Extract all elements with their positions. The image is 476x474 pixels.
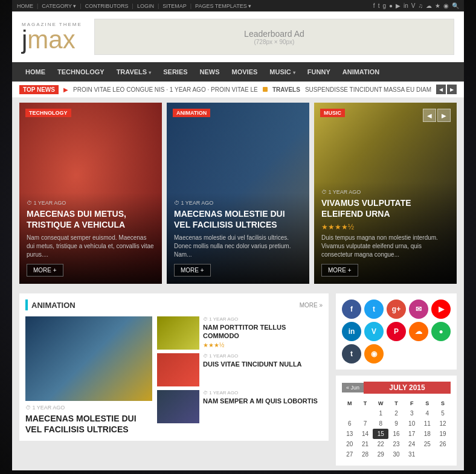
social-facebook-icon[interactable]: f bbox=[373, 2, 375, 9]
slider-next-btn[interactable]: ▶ bbox=[437, 109, 451, 122]
calendar-day-cell[interactable]: 28 bbox=[358, 449, 373, 460]
calendar-day-cell[interactable]: 17 bbox=[404, 429, 420, 439]
social-btn-spotify[interactable]: ● bbox=[431, 322, 451, 341]
calendar-day-cell bbox=[358, 408, 373, 418]
slider-prev-btn[interactable]: ◀ bbox=[423, 109, 436, 122]
social-camera-icon[interactable]: ● bbox=[389, 2, 393, 9]
calendar-day-cell[interactable]: 24 bbox=[404, 439, 420, 449]
animation-section: ANIMATION MORE » ⏱ 1 YEAR AGO MAECENAS M… bbox=[19, 293, 329, 441]
calendar-day-cell[interactable]: 6 bbox=[342, 418, 358, 429]
calendar-day-cell[interactable]: 12 bbox=[435, 418, 451, 429]
social-music-icon[interactable]: ♫ bbox=[419, 2, 423, 9]
calendar-prev-btn[interactable]: « Jun bbox=[342, 383, 364, 392]
topbar-pages[interactable]: PAGES TEMPLATES ▾ bbox=[195, 3, 251, 9]
calendar-day-cell[interactable]: 3 bbox=[404, 408, 420, 418]
calendar-day-cell[interactable]: 23 bbox=[388, 439, 404, 449]
social-btn-google[interactable]: g+ bbox=[387, 299, 406, 319]
section-name-anim: ANIMATION bbox=[31, 301, 76, 310]
social-btn-rss[interactable]: ◉ bbox=[364, 344, 384, 364]
social-btn-twitter[interactable]: t bbox=[364, 299, 384, 319]
calendar-body: 1234567891011121314151617181920212223242… bbox=[342, 408, 451, 460]
animation-more-link[interactable]: MORE » bbox=[300, 302, 323, 309]
calendar-day-cell[interactable]: 5 bbox=[435, 408, 451, 418]
featured-card-technology[interactable]: TECHNOLOGY ⏱ 1 YEAR AGO MAECENAS DUI MET… bbox=[19, 103, 162, 284]
animation-featured[interactable]: ⏱ 1 YEAR AGO MAECENAS MOLESTIE DUI VEL F… bbox=[25, 316, 152, 435]
calendar-day-cell[interactable]: 21 bbox=[358, 439, 373, 449]
topbar-home[interactable]: HOME bbox=[17, 3, 33, 9]
calendar-day-cell[interactable]: 30 bbox=[388, 449, 404, 460]
calendar-day-cell[interactable]: 1 bbox=[373, 408, 388, 418]
calendar-day-cell[interactable]: 7 bbox=[358, 418, 373, 429]
card-time-tech: ⏱ 1 YEAR AGO bbox=[27, 200, 155, 206]
animation-item-info-3: ⏱ 1 YEAR AGO NAM SEMPER A MI QUIS LOBORT… bbox=[203, 390, 323, 405]
social-google-icon[interactable]: g bbox=[382, 2, 386, 9]
calendar-day-cell[interactable]: 9 bbox=[388, 418, 404, 429]
social-btn-pinterest[interactable]: P bbox=[387, 322, 406, 341]
calendar-day-cell[interactable]: 26 bbox=[435, 439, 451, 449]
topbar-sitemap[interactable]: SITEMAP bbox=[162, 3, 187, 9]
cal-th-f: F bbox=[404, 399, 420, 408]
featured-card-animation[interactable]: ANIMATION ⏱ 1 YEAR AGO MAECENAS MOLESTIE… bbox=[167, 103, 309, 284]
nav-movies[interactable]: MOVIES bbox=[226, 62, 264, 82]
social-btn-youtube[interactable]: ▶ bbox=[431, 299, 451, 319]
section-bar-anim bbox=[25, 299, 28, 310]
social-vimeo-icon[interactable]: V bbox=[411, 2, 416, 9]
breaking-prev-btn[interactable]: ◀ bbox=[436, 85, 446, 94]
calendar-day-cell[interactable]: 27 bbox=[342, 449, 358, 460]
calendar-day-cell[interactable]: 15 bbox=[373, 429, 388, 439]
social-star-icon[interactable]: ★ bbox=[435, 2, 440, 9]
social-btn-soundcloud[interactable]: ☁ bbox=[409, 322, 428, 341]
nav-funny[interactable]: FUNNY bbox=[301, 62, 336, 82]
social-btn-tumblr[interactable]: t bbox=[342, 344, 361, 364]
more-btn-music[interactable]: MORE + bbox=[321, 264, 358, 277]
top-news-badge: TOP NEWS bbox=[19, 85, 59, 94]
topbar-contributors[interactable]: CONTRIBUTORS bbox=[85, 3, 129, 9]
calendar-day-cell[interactable]: 13 bbox=[342, 429, 358, 439]
nav-news[interactable]: NEWS bbox=[194, 62, 226, 82]
social-linkedin-icon[interactable]: in bbox=[404, 2, 408, 9]
calendar-day-cell[interactable]: 10 bbox=[404, 418, 420, 429]
social-twitter-icon[interactable]: t bbox=[378, 2, 380, 9]
animation-item-1[interactable]: ⏱ 1 YEAR AGO NAM PORTTITOR TELLUS COMMOD… bbox=[157, 316, 323, 350]
nav-music[interactable]: MUSIC ▾ bbox=[263, 62, 301, 82]
social-btn-instagram[interactable]: ✉ bbox=[409, 299, 428, 319]
calendar-day-cell[interactable]: 8 bbox=[373, 418, 388, 429]
logo[interactable]: MAGAZINE THEME jmax bbox=[22, 22, 82, 53]
nav-travels[interactable]: TRAVELS ▾ bbox=[111, 62, 158, 82]
calendar-day-cell[interactable]: 20 bbox=[342, 439, 358, 449]
social-rss-icon[interactable]: ◉ bbox=[443, 2, 449, 9]
calendar-day-cell[interactable]: 31 bbox=[404, 449, 420, 460]
more-btn-tech[interactable]: MORE + bbox=[27, 264, 63, 277]
calendar-header: « Jun JULY 2015 bbox=[342, 382, 451, 394]
card-overlay-tech: ⏱ 1 YEAR AGO MAECENAS DUI METUS, TRISTIQ… bbox=[19, 193, 162, 284]
social-btn-vimeo[interactable]: V bbox=[364, 322, 384, 341]
breaking-dot bbox=[263, 87, 268, 92]
animation-item-2[interactable]: ⏱ 1 YEAR AGO DUIS VITAE TINCIDUNT NULLA bbox=[157, 353, 323, 386]
calendar-day-cell[interactable]: 22 bbox=[373, 439, 388, 449]
nav-animation[interactable]: ANIMATION bbox=[336, 62, 386, 82]
calendar-day-cell[interactable]: 2 bbox=[388, 408, 404, 418]
calendar-day-cell[interactable]: 19 bbox=[435, 429, 451, 439]
nav-series[interactable]: SERIES bbox=[157, 62, 193, 82]
calendar-day-cell[interactable]: 18 bbox=[420, 429, 436, 439]
social-btn-facebook[interactable]: f bbox=[342, 299, 361, 319]
animation-item-3[interactable]: ⏱ 1 YEAR AGO NAM SEMPER A MI QUIS LOBORT… bbox=[157, 390, 323, 423]
topbar-category[interactable]: CATEGORY ▾ bbox=[42, 3, 76, 9]
nav-home[interactable]: HOME bbox=[19, 62, 51, 82]
breaking-next-btn[interactable]: ▶ bbox=[447, 85, 457, 94]
calendar-day-cell[interactable]: 4 bbox=[420, 408, 436, 418]
calendar-day-cell[interactable]: 16 bbox=[388, 429, 404, 439]
nav-technology[interactable]: TECHNOLOGY bbox=[51, 62, 111, 82]
social-btn-linkedin[interactable]: in bbox=[342, 322, 361, 341]
search-icon-top[interactable]: 🔍 bbox=[452, 2, 459, 9]
calendar-day-cell[interactable]: 14 bbox=[358, 429, 373, 439]
social-cloud-icon[interactable]: ☁ bbox=[426, 2, 432, 9]
calendar-day-cell[interactable]: 25 bbox=[420, 439, 436, 449]
calendar-day-cell[interactable]: 11 bbox=[420, 418, 436, 429]
featured-card-music[interactable]: MUSIC ◀ ▶ ⏱ 1 YEAR AGO VIVAMUS VULPUTATE… bbox=[314, 103, 457, 284]
calendar-day-cell[interactable]: 29 bbox=[373, 449, 388, 460]
card-excerpt-tech: Nam consequat semper euismod. Maecenas d… bbox=[27, 234, 155, 259]
social-youtube-icon[interactable]: ▶ bbox=[396, 2, 400, 9]
more-btn-anim[interactable]: MORE + bbox=[174, 264, 211, 277]
topbar-login[interactable]: LOGIN bbox=[137, 3, 154, 9]
